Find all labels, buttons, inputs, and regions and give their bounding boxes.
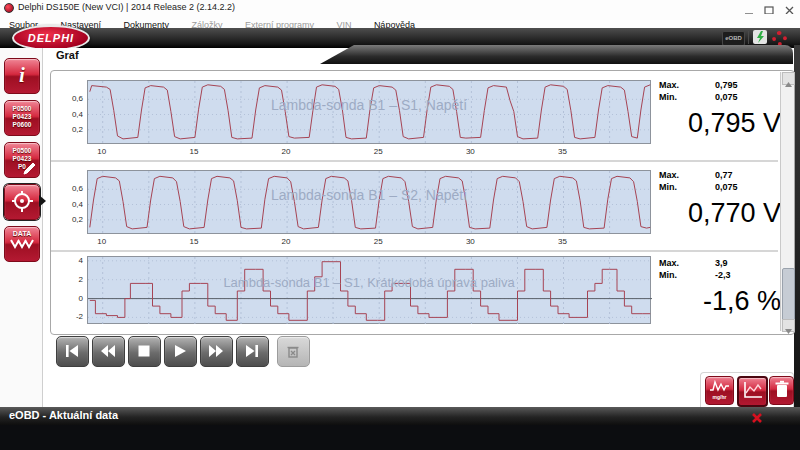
eobd-indicator-icon: eOBD (722, 31, 745, 46)
y-tick-label: 0,4 (57, 110, 83, 119)
y-tick-label: 0,2 (57, 215, 83, 224)
minimize-button[interactable] (742, 2, 756, 12)
chart-watermark: Lambda-sonda B1 – S1, Krátkodobá úprava … (88, 275, 650, 290)
window-title: Delphi DS150E (New VCI) | 2014 Release 2… (18, 2, 235, 12)
charts-panel: Lambda-sonda B1 – S1, Napětí Max.0,795 M… (50, 70, 795, 335)
band-divider (748, 31, 749, 44)
chart-watermark: Lambda-sonda B1 – S2, Napětí (88, 187, 650, 203)
y-tick-label: 0,6 (57, 94, 83, 103)
y-tick-label: 4 (57, 256, 83, 265)
close-button[interactable] (782, 2, 796, 12)
y-tick-label: 0,6 (57, 184, 83, 193)
data-icon: DATA (5, 227, 39, 237)
max-value: 0,77 (715, 170, 733, 180)
down-arrows-icon (9, 239, 35, 251)
min-value: 0,075 (715, 92, 738, 102)
maximize-button[interactable] (762, 2, 776, 12)
chart-row-lambda-s1: Lambda-sonda B1 – S1, Napětí Max.0,795 M… (51, 72, 778, 162)
graph-icon (742, 381, 763, 400)
current-reading: 0,795 V (641, 108, 781, 139)
skip-to-start-button[interactable] (56, 336, 89, 367)
skip-to-end-button[interactable] (236, 336, 269, 367)
play-button[interactable] (164, 336, 197, 367)
measurement-icon (9, 189, 35, 215)
trash-icon (774, 380, 790, 399)
rewind-icon (100, 343, 116, 359)
info-button[interactable]: i (4, 58, 40, 94)
y-tick-label: 0,2 (57, 125, 83, 134)
scrollbar-thumb[interactable] (782, 268, 795, 322)
chart-row-fuel-trim: Lambda-sonda B1 – S1, Krátkodobá úprava … (51, 252, 778, 332)
x-tick-label: 30 (459, 147, 481, 156)
chart-plot-lambda-s1: Lambda-sonda B1 – S1, Napětí (87, 80, 651, 144)
x-tick-label: 15 (183, 237, 205, 246)
chart-plot-fuel-trim: Lambda-sonda B1 – S1, Krátkodobá úprava … (87, 256, 651, 324)
dtc-codes-icon: P0500 P0423 P0600 (5, 101, 39, 129)
exit-button[interactable] (751, 410, 763, 422)
chart-plot-lambda-s2: Lambda-sonda B1 – S2, Napětí (87, 170, 651, 234)
play-icon (172, 343, 188, 359)
max-value: 3,9 (715, 258, 728, 268)
current-reading: 0,770 V (641, 198, 781, 229)
x-tick-label: 10 (91, 147, 113, 156)
rewind-button[interactable] (92, 336, 125, 367)
current-reading: -1,6 % (641, 286, 781, 317)
scroll-down-arrow[interactable] (782, 319, 795, 332)
waveform-icon (709, 380, 730, 392)
x-tick-label: 25 (367, 147, 389, 156)
status-bar: eOBD - Aktuální data (0, 407, 800, 425)
erase-dtc-button[interactable]: P0500 P0423 P0 (4, 142, 40, 178)
graph-view-button[interactable] (737, 376, 768, 407)
title-bar: Delphi DS150E (New VCI) | 2014 Release 2… (0, 0, 800, 15)
status-ring-icon (772, 31, 787, 46)
chart-info: Max.0,795 Min.0,075 0,795 V (659, 76, 781, 154)
vertical-scrollbar (780, 72, 794, 331)
status-text: eOBD - Aktuální data (9, 409, 118, 421)
info-icon: i (19, 63, 25, 87)
fast-forward-button[interactable] (200, 336, 233, 367)
vci-connection-icon[interactable] (753, 30, 767, 44)
x-tick-label: 25 (367, 237, 389, 246)
y-tick-label: 2 (57, 275, 83, 284)
skip-end-icon (244, 343, 260, 359)
sidebar: i P0500 P0423 P0600 P0500 P0423 P0 DATA (0, 48, 43, 407)
clear-recording-button[interactable] (277, 336, 310, 367)
x-tick-label: 30 (459, 237, 481, 246)
stop-button[interactable] (128, 336, 161, 367)
menu-bar: Soubor Nastavení Dokumenty Záložky Exter… (0, 14, 800, 29)
min-value: 0,075 (715, 182, 738, 192)
chart-info: Max.3,9 Min.-2,3 -1,6 % (659, 256, 781, 334)
units-button[interactable]: mg/hr (705, 376, 734, 405)
min-value: -2,3 (715, 270, 731, 280)
y-tick-label: 0 (57, 294, 83, 303)
stop-icon (136, 343, 152, 359)
chart-row-lambda-s2: Lambda-sonda B1 – S2, Napětí Max.0,77 Mi… (51, 162, 778, 252)
units-label: mg/hr (706, 394, 733, 400)
y-tick-label: 0,4 (57, 200, 83, 209)
live-measurement-button[interactable] (4, 184, 40, 220)
chart-watermark: Lambda-sonda B1 – S1, Napětí (88, 97, 650, 113)
page-title: Graf (56, 49, 79, 61)
chart-info: Max.0,77 Min.0,075 0,770 V (659, 166, 781, 244)
fast-forward-icon (208, 343, 224, 359)
taskbar: 18:23 09.04.2017 (0, 425, 800, 450)
red-close-icon (751, 412, 763, 424)
x-tick-label: 35 (552, 237, 574, 246)
x-tick-label: 35 (552, 147, 574, 156)
x-tick-label: 10 (91, 237, 113, 246)
tab-strip-background (320, 45, 793, 64)
y-tick-label: -2 (57, 312, 83, 321)
max-value: 0,795 (715, 80, 738, 90)
read-dtc-button[interactable]: P0500 P0423 P0600 (4, 100, 40, 136)
x-tick-label: 15 (183, 147, 205, 156)
live-data-button[interactable]: DATA (4, 226, 40, 262)
skip-start-icon (64, 343, 80, 359)
trash-x-icon (285, 343, 301, 359)
active-page-arrow-icon (39, 195, 46, 207)
pencil-icon (22, 160, 38, 176)
delete-button[interactable] (769, 376, 794, 405)
x-tick-label: 20 (275, 147, 297, 156)
app-icon (4, 3, 14, 13)
x-tick-label: 20 (275, 237, 297, 246)
scroll-up-arrow[interactable] (782, 72, 795, 85)
